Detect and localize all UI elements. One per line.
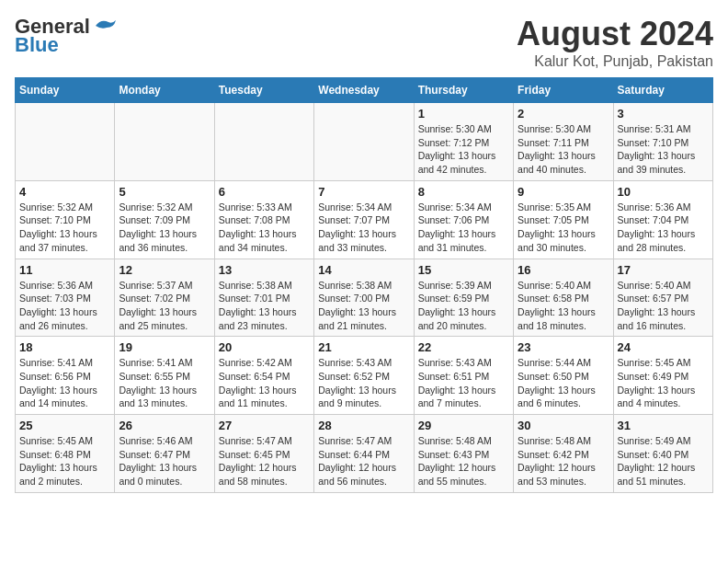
day-info: Sunrise: 5:39 AMSunset: 6:59 PMDaylight:… <box>418 279 509 333</box>
day-number: 8 <box>418 185 509 199</box>
day-number: 14 <box>318 263 409 277</box>
day-info: Sunrise: 5:38 AMSunset: 7:01 PMDaylight:… <box>219 279 310 333</box>
day-number: 28 <box>318 419 409 432</box>
calendar-week-row: 4Sunrise: 5:32 AMSunset: 7:10 PMDaylight… <box>16 180 713 259</box>
weekday-header-monday: Monday <box>115 78 214 103</box>
day-number: 16 <box>518 263 609 277</box>
day-info: Sunrise: 5:38 AMSunset: 7:00 PMDaylight:… <box>318 279 409 333</box>
day-info: Sunrise: 5:44 AMSunset: 6:50 PMDaylight:… <box>518 356 609 410</box>
calendar-day-cell: 25Sunrise: 5:45 AMSunset: 6:48 PMDayligh… <box>16 415 115 493</box>
day-number: 15 <box>418 263 509 277</box>
day-info: Sunrise: 5:47 AMSunset: 6:45 PMDaylight:… <box>219 434 310 488</box>
calendar-day-cell: 6Sunrise: 5:33 AMSunset: 7:08 PMDaylight… <box>214 180 313 259</box>
title-block: August 2024 Kalur Kot, Punjab, Pakistan <box>517 15 713 70</box>
day-info: Sunrise: 5:49 AMSunset: 6:40 PMDaylight:… <box>618 434 709 488</box>
main-title: August 2024 <box>517 15 713 53</box>
day-info: Sunrise: 5:47 AMSunset: 6:44 PMDaylight:… <box>318 434 409 488</box>
day-number: 18 <box>19 340 110 354</box>
day-number: 7 <box>318 185 409 199</box>
weekday-header-wednesday: Wednesday <box>314 78 414 103</box>
calendar-day-cell: 23Sunrise: 5:44 AMSunset: 6:50 PMDayligh… <box>514 337 613 415</box>
calendar-day-cell: 20Sunrise: 5:42 AMSunset: 6:54 PMDayligh… <box>214 337 313 415</box>
day-number: 5 <box>119 185 210 199</box>
empty-cell <box>115 103 214 181</box>
logo: General Blue <box>15 15 118 57</box>
calendar-day-cell: 7Sunrise: 5:34 AMSunset: 7:07 PMDaylight… <box>314 180 414 259</box>
calendar-day-cell: 12Sunrise: 5:37 AMSunset: 7:02 PMDayligh… <box>115 259 214 337</box>
day-number: 10 <box>618 185 709 199</box>
day-number: 21 <box>318 340 409 354</box>
calendar-day-cell: 10Sunrise: 5:36 AMSunset: 7:04 PMDayligh… <box>613 180 712 259</box>
day-info: Sunrise: 5:48 AMSunset: 6:43 PMDaylight:… <box>418 434 509 488</box>
day-number: 13 <box>219 263 310 277</box>
calendar-day-cell: 31Sunrise: 5:49 AMSunset: 6:40 PMDayligh… <box>613 415 712 493</box>
day-info: Sunrise: 5:36 AMSunset: 7:04 PMDaylight:… <box>618 201 709 255</box>
day-info: Sunrise: 5:48 AMSunset: 6:42 PMDaylight:… <box>518 434 609 488</box>
empty-cell <box>314 103 414 181</box>
subtitle: Kalur Kot, Punjab, Pakistan <box>517 53 713 70</box>
calendar-day-cell: 11Sunrise: 5:36 AMSunset: 7:03 PMDayligh… <box>16 259 115 337</box>
calendar-day-cell: 28Sunrise: 5:47 AMSunset: 6:44 PMDayligh… <box>314 415 414 493</box>
day-info: Sunrise: 5:42 AMSunset: 6:54 PMDaylight:… <box>219 356 310 410</box>
day-number: 29 <box>418 419 509 432</box>
calendar-day-cell: 8Sunrise: 5:34 AMSunset: 7:06 PMDaylight… <box>414 180 513 259</box>
day-info: Sunrise: 5:31 AMSunset: 7:10 PMDaylight:… <box>618 122 709 177</box>
calendar-day-cell: 16Sunrise: 5:40 AMSunset: 6:58 PMDayligh… <box>514 259 613 337</box>
day-info: Sunrise: 5:43 AMSunset: 6:51 PMDaylight:… <box>418 356 509 410</box>
page-header: General Blue August 2024 Kalur Kot, Punj… <box>15 15 713 70</box>
day-info: Sunrise: 5:46 AMSunset: 6:47 PMDaylight:… <box>119 434 210 488</box>
day-info: Sunrise: 5:37 AMSunset: 7:02 PMDaylight:… <box>119 279 210 333</box>
weekday-header-saturday: Saturday <box>613 78 712 103</box>
calendar-day-cell: 27Sunrise: 5:47 AMSunset: 6:45 PMDayligh… <box>214 415 313 493</box>
day-info: Sunrise: 5:40 AMSunset: 6:57 PMDaylight:… <box>618 279 709 333</box>
calendar-day-cell: 19Sunrise: 5:41 AMSunset: 6:55 PMDayligh… <box>115 337 214 415</box>
calendar-day-cell: 30Sunrise: 5:48 AMSunset: 6:42 PMDayligh… <box>514 415 613 493</box>
weekday-header-sunday: Sunday <box>16 78 115 103</box>
calendar-day-cell: 5Sunrise: 5:32 AMSunset: 7:09 PMDaylight… <box>115 180 214 259</box>
day-number: 24 <box>618 340 709 354</box>
day-number: 12 <box>119 263 210 277</box>
calendar-day-cell: 17Sunrise: 5:40 AMSunset: 6:57 PMDayligh… <box>613 259 712 337</box>
calendar-day-cell: 4Sunrise: 5:32 AMSunset: 7:10 PMDaylight… <box>16 180 115 259</box>
day-number: 20 <box>219 340 310 354</box>
calendar-day-cell: 14Sunrise: 5:38 AMSunset: 7:00 PMDayligh… <box>314 259 414 337</box>
calendar-table: SundayMondayTuesdayWednesdayThursdayFrid… <box>15 77 713 493</box>
day-number: 11 <box>19 263 110 277</box>
day-info: Sunrise: 5:35 AMSunset: 7:05 PMDaylight:… <box>518 201 609 255</box>
day-number: 31 <box>618 419 709 432</box>
day-number: 9 <box>518 185 609 199</box>
calendar-day-cell: 18Sunrise: 5:41 AMSunset: 6:56 PMDayligh… <box>16 337 115 415</box>
day-info: Sunrise: 5:45 AMSunset: 6:48 PMDaylight:… <box>19 434 110 488</box>
day-number: 3 <box>618 107 709 121</box>
day-info: Sunrise: 5:32 AMSunset: 7:10 PMDaylight:… <box>19 201 110 255</box>
calendar-day-cell: 22Sunrise: 5:43 AMSunset: 6:51 PMDayligh… <box>414 337 513 415</box>
logo-bird-icon <box>92 17 118 35</box>
day-info: Sunrise: 5:40 AMSunset: 6:58 PMDaylight:… <box>518 279 609 333</box>
day-number: 23 <box>518 340 609 354</box>
empty-cell <box>16 103 115 181</box>
calendar-day-cell: 13Sunrise: 5:38 AMSunset: 7:01 PMDayligh… <box>214 259 313 337</box>
calendar-day-cell: 2Sunrise: 5:30 AMSunset: 7:11 PMDaylight… <box>514 103 613 181</box>
day-info: Sunrise: 5:33 AMSunset: 7:08 PMDaylight:… <box>219 201 310 255</box>
weekday-header-tuesday: Tuesday <box>214 78 313 103</box>
calendar-day-cell: 1Sunrise: 5:30 AMSunset: 7:12 PMDaylight… <box>414 103 513 181</box>
calendar-day-cell: 9Sunrise: 5:35 AMSunset: 7:05 PMDaylight… <box>514 180 613 259</box>
logo-blue: Blue <box>15 33 59 57</box>
day-info: Sunrise: 5:30 AMSunset: 7:12 PMDaylight:… <box>418 122 509 177</box>
calendar-day-cell: 24Sunrise: 5:45 AMSunset: 6:49 PMDayligh… <box>613 337 712 415</box>
day-info: Sunrise: 5:34 AMSunset: 7:06 PMDaylight:… <box>418 201 509 255</box>
weekday-header-row: SundayMondayTuesdayWednesdayThursdayFrid… <box>16 78 713 103</box>
day-number: 27 <box>219 419 310 432</box>
weekday-header-friday: Friday <box>514 78 613 103</box>
day-info: Sunrise: 5:41 AMSunset: 6:56 PMDaylight:… <box>19 356 110 410</box>
day-number: 22 <box>418 340 509 354</box>
calendar-week-row: 1Sunrise: 5:30 AMSunset: 7:12 PMDaylight… <box>16 103 713 181</box>
day-info: Sunrise: 5:45 AMSunset: 6:49 PMDaylight:… <box>618 356 709 410</box>
calendar-week-row: 25Sunrise: 5:45 AMSunset: 6:48 PMDayligh… <box>16 415 713 493</box>
day-number: 1 <box>418 107 509 121</box>
day-info: Sunrise: 5:36 AMSunset: 7:03 PMDaylight:… <box>19 279 110 333</box>
calendar-day-cell: 15Sunrise: 5:39 AMSunset: 6:59 PMDayligh… <box>414 259 513 337</box>
calendar-week-row: 18Sunrise: 5:41 AMSunset: 6:56 PMDayligh… <box>16 337 713 415</box>
calendar-day-cell: 29Sunrise: 5:48 AMSunset: 6:43 PMDayligh… <box>414 415 513 493</box>
day-number: 26 <box>119 419 210 432</box>
